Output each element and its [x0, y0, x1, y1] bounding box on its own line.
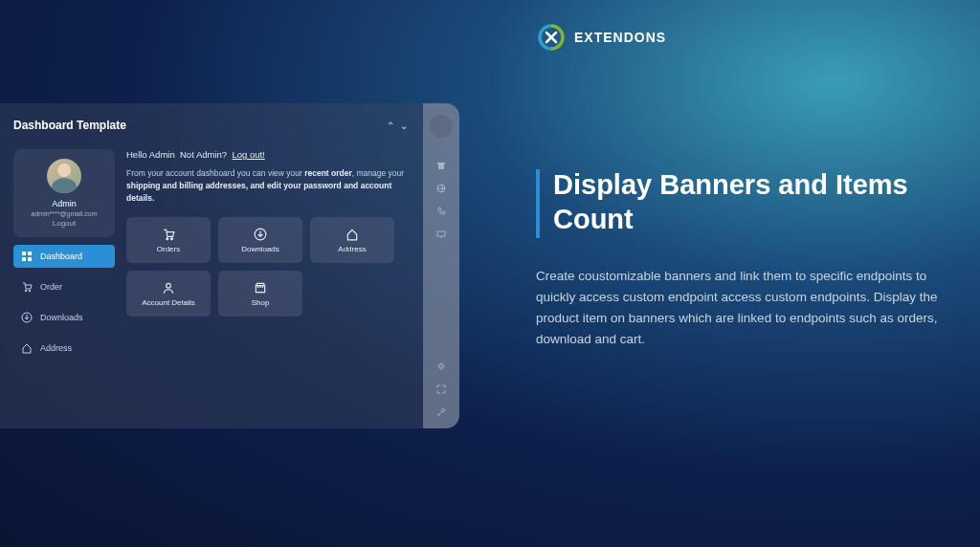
profile-email: admin****@gmail.com	[19, 210, 109, 217]
intro-p1: From your account dashboard you can view…	[126, 168, 302, 178]
tools-icon[interactable]	[436, 407, 446, 417]
panel-header: Dashboard Template ⌃⌄	[13, 119, 413, 132]
tile-downloads[interactable]: Downloads	[218, 217, 302, 263]
nav-label: Downloads	[40, 313, 83, 322]
globe-icon[interactable]	[436, 184, 446, 193]
download-icon	[254, 228, 267, 241]
accent-bar	[536, 169, 540, 238]
svg-rect-12	[437, 163, 445, 164]
phone-icon[interactable]	[436, 207, 446, 216]
tile-label: Downloads	[241, 245, 279, 253]
grid-icon	[21, 251, 33, 262]
chevron-down-icon[interactable]: ⌄	[400, 120, 408, 131]
nav-label: Address	[40, 343, 72, 353]
sidebar: Admin admin****@gmail.com Logout Dashboa…	[13, 149, 115, 360]
svg-rect-11	[438, 164, 444, 169]
marketing-content: Display Banners and Items Count Create c…	[536, 167, 938, 351]
expand-icon[interactable]	[436, 384, 446, 394]
svg-point-8	[171, 237, 173, 239]
tiles-grid: Orders Downloads Address Account Details	[126, 217, 413, 317]
home-icon	[21, 342, 33, 354]
intro-text: From your account dashboard you can view…	[126, 167, 413, 204]
brand-icon	[538, 24, 565, 51]
monitor-icon[interactable]	[436, 230, 446, 239]
nav-label: Order	[40, 282, 62, 292]
tile-label: Account Details	[142, 298, 195, 307]
tile-label: Orders	[157, 245, 180, 253]
tile-shop[interactable]: Shop	[218, 271, 302, 317]
profile-name: Admin	[19, 199, 109, 208]
svg-rect-2	[22, 257, 26, 261]
cart-icon	[162, 228, 175, 241]
profile-card: Admin admin****@gmail.com Logout	[13, 149, 115, 237]
greeting: Hello Admin Not Admin? Log out!	[126, 149, 413, 160]
cart-icon	[21, 281, 33, 293]
tile-address[interactable]: Address	[310, 217, 394, 263]
svg-point-5	[29, 290, 31, 292]
svg-rect-3	[28, 257, 32, 261]
svg-point-4	[25, 290, 27, 292]
greeting-logout-link[interactable]: Log out!	[232, 149, 264, 160]
intro-b2: shipping and billing addresses, and edit…	[126, 181, 391, 203]
profile-logout-link[interactable]: Logout	[19, 219, 109, 228]
brand-logo: EXTENDONS	[538, 24, 666, 51]
tile-account-details[interactable]: Account Details	[126, 271, 211, 317]
intro-b1: recent order	[304, 168, 352, 178]
nav-item-downloads[interactable]: Downloads	[13, 306, 115, 329]
download-icon	[21, 312, 33, 323]
description: Create coustomizable banners and link th…	[536, 266, 938, 351]
nav-item-order[interactable]: Order	[13, 275, 115, 298]
svg-rect-0	[22, 252, 26, 255]
nav-item-dashboard[interactable]: Dashboard	[13, 245, 115, 268]
svg-point-15	[439, 364, 443, 368]
tile-label: Shop	[252, 298, 270, 307]
dashboard-panel: Dashboard Template ⌃⌄ Admin admin****@gm…	[0, 103, 459, 428]
gear-icon[interactable]	[436, 361, 446, 371]
panel-title: Dashboard Template	[13, 119, 126, 132]
trash-icon[interactable]	[436, 161, 446, 170]
brand-name: EXTENDONS	[574, 30, 666, 45]
greeting-hello: Hello Admin	[126, 149, 175, 160]
svg-rect-14	[437, 231, 445, 236]
rail-avatar[interactable]	[430, 115, 453, 138]
intro-p2: , manage your	[352, 168, 404, 178]
greeting-not-admin: Not Admin?	[180, 149, 227, 160]
user-icon	[162, 281, 175, 295]
svg-rect-1	[28, 252, 32, 255]
right-rail	[423, 103, 459, 428]
tile-orders[interactable]: Orders	[126, 217, 211, 263]
home-icon	[345, 228, 359, 241]
tile-label: Address	[338, 245, 366, 253]
avatar[interactable]	[47, 159, 81, 193]
main-content: Hello Admin Not Admin? Log out! From you…	[126, 149, 413, 360]
shop-icon	[254, 281, 267, 295]
panel-collapse-controls[interactable]: ⌃⌄	[387, 120, 408, 131]
nav-label: Dashboard	[40, 252, 82, 261]
svg-point-10	[167, 283, 171, 288]
chevron-up-icon[interactable]: ⌃	[387, 120, 394, 131]
headline: Display Banners and Items Count	[553, 167, 938, 237]
nav-item-address[interactable]: Address	[13, 337, 115, 360]
svg-point-7	[167, 237, 168, 239]
